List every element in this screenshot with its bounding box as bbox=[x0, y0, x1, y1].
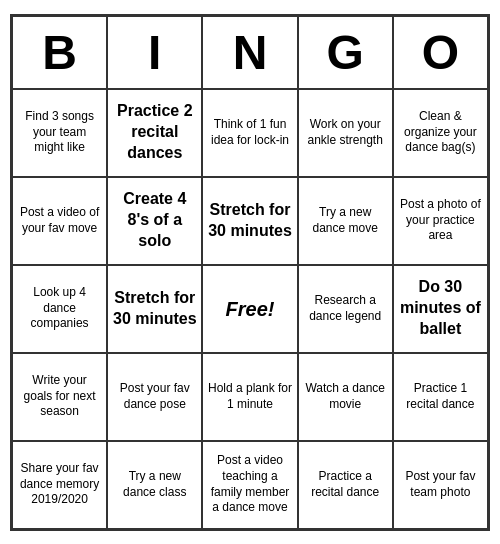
bingo-header: BINGO bbox=[12, 16, 488, 89]
cell-r1c4[interactable]: Work on your ankle strength bbox=[298, 89, 393, 177]
cell-r4c4[interactable]: Watch a dance movie bbox=[298, 353, 393, 441]
cell-r3c2[interactable]: Stretch for 30 minutes bbox=[107, 265, 202, 353]
bingo-letter-b: B bbox=[12, 16, 107, 89]
cell-r5c5[interactable]: Post your fav team photo bbox=[393, 441, 488, 529]
cell-r3c3[interactable]: Free! bbox=[202, 265, 297, 353]
cell-r1c5[interactable]: Clean & organize your dance bag(s) bbox=[393, 89, 488, 177]
bingo-letter-g: G bbox=[298, 16, 393, 89]
bingo-card: BINGO Find 3 songs your team might likeP… bbox=[10, 14, 490, 531]
bingo-letter-n: N bbox=[202, 16, 297, 89]
bingo-letter-o: O bbox=[393, 16, 488, 89]
cell-r4c5[interactable]: Practice 1 recital dance bbox=[393, 353, 488, 441]
bingo-grid: Find 3 songs your team might likePractic… bbox=[12, 89, 488, 529]
cell-r3c4[interactable]: Research a dance legend bbox=[298, 265, 393, 353]
cell-r3c5[interactable]: Do 30 minutes of ballet bbox=[393, 265, 488, 353]
bingo-letter-i: I bbox=[107, 16, 202, 89]
cell-r1c1[interactable]: Find 3 songs your team might like bbox=[12, 89, 107, 177]
cell-r4c1[interactable]: Write your goals for next season bbox=[12, 353, 107, 441]
cell-r2c3[interactable]: Stretch for 30 minutes bbox=[202, 177, 297, 265]
cell-r2c1[interactable]: Post a video of your fav move bbox=[12, 177, 107, 265]
cell-r1c2[interactable]: Practice 2 recital dances bbox=[107, 89, 202, 177]
cell-r2c2[interactable]: Create 4 8's of a solo bbox=[107, 177, 202, 265]
cell-r1c3[interactable]: Think of 1 fun idea for lock-in bbox=[202, 89, 297, 177]
cell-r2c5[interactable]: Post a photo of your practice area bbox=[393, 177, 488, 265]
cell-r5c3[interactable]: Post a video teaching a family member a … bbox=[202, 441, 297, 529]
cell-r5c2[interactable]: Try a new dance class bbox=[107, 441, 202, 529]
cell-r2c4[interactable]: Try a new dance move bbox=[298, 177, 393, 265]
cell-r5c1[interactable]: Share your fav dance memory 2019/2020 bbox=[12, 441, 107, 529]
cell-r4c3[interactable]: Hold a plank for 1 minute bbox=[202, 353, 297, 441]
cell-r3c1[interactable]: Look up 4 dance companies bbox=[12, 265, 107, 353]
cell-r5c4[interactable]: Practice a recital dance bbox=[298, 441, 393, 529]
cell-r4c2[interactable]: Post your fav dance pose bbox=[107, 353, 202, 441]
